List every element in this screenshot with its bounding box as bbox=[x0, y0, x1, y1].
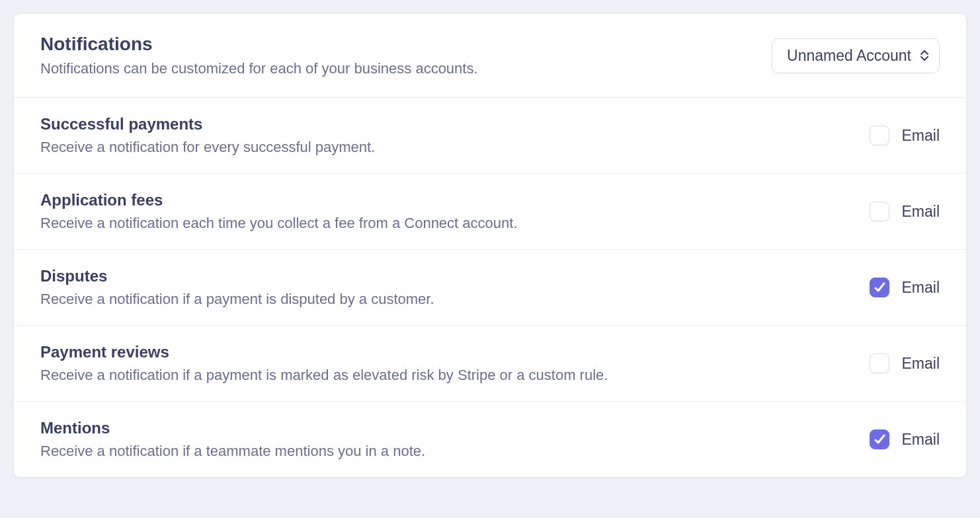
card-subtitle: Notifications can be customized for each… bbox=[40, 60, 478, 77]
email-label: Email bbox=[901, 355, 940, 373]
email-checkbox-payment-reviews[interactable] bbox=[870, 353, 889, 373]
email-checkbox-mentions[interactable] bbox=[870, 429, 889, 449]
row-text: Payment reviewsReceive a notification if… bbox=[40, 343, 608, 384]
row-disputes: DisputesReceive a notification if a paym… bbox=[14, 250, 966, 326]
row-desc: Receive a notification if a payment is d… bbox=[40, 291, 434, 308]
rows-container: Successful paymentsReceive a notificatio… bbox=[14, 98, 966, 477]
row-title: Payment reviews bbox=[40, 343, 608, 361]
notifications-card: Notifications Notifications can be custo… bbox=[13, 13, 967, 478]
row-control: Email bbox=[870, 353, 940, 373]
row-text: Successful paymentsReceive a notificatio… bbox=[40, 115, 375, 156]
card-header-text: Notifications Notifications can be custo… bbox=[40, 34, 478, 77]
card-title: Notifications bbox=[40, 34, 478, 55]
row-control: Email bbox=[870, 429, 940, 449]
row-text: MentionsReceive a notification if a team… bbox=[40, 419, 425, 460]
check-icon bbox=[873, 281, 886, 294]
row-mentions: MentionsReceive a notification if a team… bbox=[14, 402, 966, 477]
email-label: Email bbox=[901, 127, 940, 145]
row-application-fees: Application feesReceive a notification e… bbox=[14, 174, 966, 250]
account-select-label: Unnamed Account bbox=[787, 47, 911, 65]
email-checkbox-disputes[interactable] bbox=[870, 278, 889, 297]
row-control: Email bbox=[870, 278, 940, 297]
row-title: Successful payments bbox=[40, 115, 375, 133]
email-checkbox-successful-payments[interactable] bbox=[870, 126, 889, 145]
row-successful-payments: Successful paymentsReceive a notificatio… bbox=[14, 98, 966, 174]
row-text: Application feesReceive a notification e… bbox=[40, 191, 518, 232]
row-title: Disputes bbox=[40, 267, 434, 285]
row-desc: Receive a notification if a teammate men… bbox=[40, 443, 425, 460]
email-label: Email bbox=[901, 431, 940, 449]
row-title: Application fees bbox=[40, 191, 518, 209]
email-label: Email bbox=[901, 203, 940, 221]
email-checkbox-application-fees[interactable] bbox=[870, 202, 889, 221]
row-text: DisputesReceive a notification if a paym… bbox=[40, 267, 434, 308]
row-desc: Receive a notification for every success… bbox=[40, 139, 375, 156]
email-label: Email bbox=[901, 279, 940, 297]
row-title: Mentions bbox=[40, 419, 425, 437]
row-control: Email bbox=[870, 202, 940, 221]
card-header: Notifications Notifications can be custo… bbox=[14, 14, 966, 98]
row-desc: Receive a notification each time you col… bbox=[40, 215, 518, 232]
check-icon bbox=[873, 433, 886, 446]
account-select[interactable]: Unnamed Account bbox=[772, 38, 940, 73]
row-desc: Receive a notification if a payment is m… bbox=[40, 367, 608, 384]
chevron-up-down-icon bbox=[920, 50, 928, 61]
row-control: Email bbox=[870, 126, 940, 145]
row-payment-reviews: Payment reviewsReceive a notification if… bbox=[14, 326, 966, 402]
